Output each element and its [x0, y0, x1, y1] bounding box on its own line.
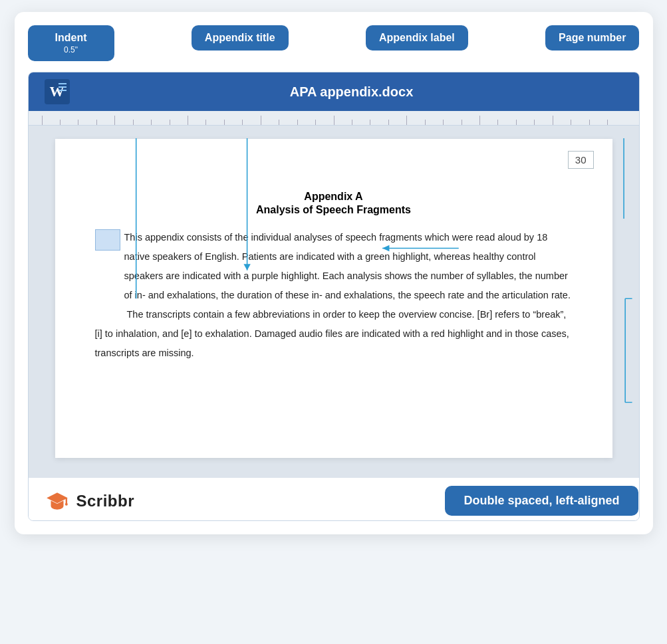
appendix-label-badge: Appendix label	[366, 25, 468, 51]
doc-page: 30 Appendix A Analysis of Speech Fragmen…	[55, 139, 612, 458]
indent-badge: Indent 0.5"	[28, 25, 114, 61]
labels-row: Indent 0.5" Appendix title Appendix labe…	[28, 25, 640, 61]
page-number-label: Page number	[559, 32, 626, 43]
scribbr-name: Scribbr	[76, 492, 135, 510]
appendix-title-badge: Appendix title	[192, 25, 289, 51]
second-paragraph: The transcripts contain a few abbreviati…	[95, 305, 573, 363]
doc-body-text: This appendix consists of the individual…	[95, 228, 573, 363]
page-number-box: 30	[568, 151, 594, 169]
appendix-label-text: Appendix A	[95, 191, 573, 203]
bottom-badge: Double spaced, left-aligned	[445, 486, 638, 516]
appendix-title-label: Appendix title	[205, 32, 275, 43]
appendix-label-label: Appendix label	[379, 32, 455, 43]
word-doc-title: APA appendix.docx	[80, 84, 623, 100]
scribbr-icon	[45, 488, 70, 514]
page-number-badge: Page number	[545, 25, 639, 51]
word-titlebar: W APA appendix.docx	[29, 72, 639, 111]
word-document: W APA appendix.docx	[28, 72, 640, 521]
indent-label: Indent	[55, 32, 87, 43]
svg-point-11	[65, 503, 67, 506]
doc-content-area: 30 Appendix A Analysis of Speech Fragmen…	[29, 126, 639, 478]
word-icon: W	[45, 79, 70, 104]
first-paragraph: This appendix consists of the individual…	[124, 228, 573, 305]
indent-highlight	[95, 229, 120, 251]
svg-marker-9	[47, 492, 68, 503]
ruler	[29, 111, 639, 126]
indent-sub: 0.5"	[41, 45, 101, 54]
main-container: Indent 0.5" Appendix title Appendix labe…	[15, 12, 653, 534]
first-paragraph-block: This appendix consists of the individual…	[95, 228, 573, 305]
appendix-title-text: Analysis of Speech Fragments	[95, 204, 573, 216]
scribbr-logo: Scribbr	[45, 488, 135, 514]
